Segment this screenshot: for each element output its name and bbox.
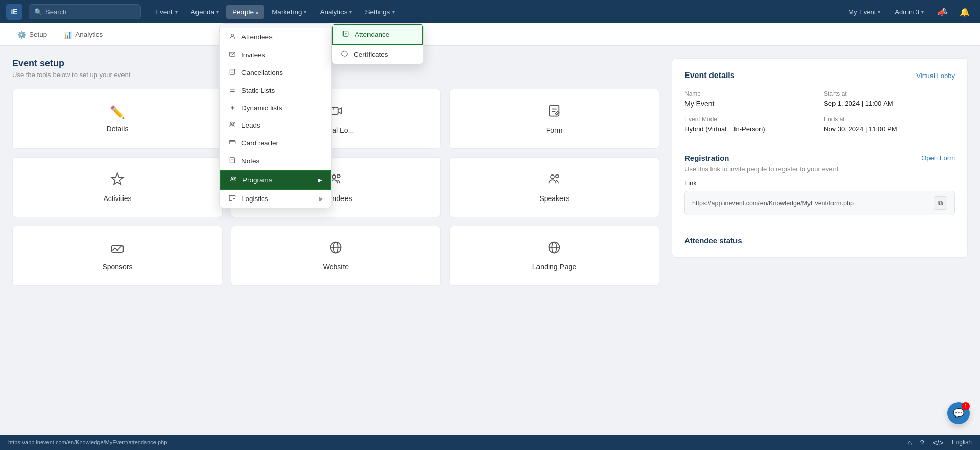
search-placeholder: Search [45,8,66,16]
nav-item-agenda[interactable]: Agenda ▾ [185,5,226,19]
card-website[interactable]: Website [231,226,441,286]
nav-item-marketing[interactable]: Marketing ▾ [265,5,312,19]
landing-page-icon [547,240,561,258]
name-value: My Event [684,99,816,108]
chevron-down-icon: ▾ [175,9,178,15]
svg-point-23 [233,122,234,124]
dropdown-item-leads[interactable]: Leads [220,116,331,134]
card-activities[interactable]: Activities [12,157,223,217]
logistics-icon [228,194,236,203]
event-details-header: Event details Virtual Lobby [684,71,955,80]
admin-selector[interactable]: Admin 3 ▾ [890,6,929,18]
dropdown-item-logistics[interactable]: Logistics ▶ [220,190,331,208]
attendance-icon [341,30,350,39]
megaphone-icon[interactable]: 📣 [933,5,951,19]
registration-title: Registration [684,154,729,162]
sub-navbar: ⚙️ Setup 📊 Analytics [0,23,980,46]
card-speakers[interactable]: Speakers [449,157,659,217]
nav-item-settings[interactable]: Settings ▾ [359,5,401,19]
svg-point-14 [231,34,234,36]
home-icon[interactable]: ⌂ [908,438,912,447]
mode-value: Hybrid (Virtual + In-Person) [684,125,816,133]
sub-nav-analytics[interactable]: 📊 Analytics [56,28,110,42]
footer-right: ⌂ ? </> English [908,438,972,447]
chat-badge: 1 [962,402,970,410]
chevron-down-icon: ▾ [921,9,924,15]
event-starts-item: Starts at Sep 1, 2024 | 11:00 AM [824,90,955,108]
dropdown-item-dynamic-lists[interactable]: ✦ Dynamic lists [220,99,331,116]
mode-label: Event Mode [684,116,816,123]
event-ends-item: Ends at Nov 30, 2024 | 11:00 PM [824,116,955,133]
card-form[interactable]: Form [449,89,659,149]
svg-point-28 [232,177,234,179]
bell-icon[interactable]: 🔔 [955,5,974,19]
certificates-icon [340,50,349,59]
chevron-down-icon: ▴ [256,9,258,15]
dropdown-item-invitees[interactable]: Invitees [220,46,331,64]
submenu-item-attendance[interactable]: Attendance [332,24,423,45]
navbar-right: My Event ▾ Admin 3 ▾ 📣 🔔 [843,5,974,19]
cancellations-icon [228,68,236,77]
nav-item-analytics[interactable]: Analytics ▾ [313,5,358,19]
starts-value: Sep 1, 2024 | 11:00 AM [824,99,955,107]
chevron-down-icon: ▾ [878,9,880,15]
event-info-grid: Name My Event Starts at Sep 1, 2024 | 11… [684,90,955,133]
dropdown-item-attendees[interactable]: Attendees [220,28,331,46]
card-reader-icon [228,139,236,147]
footer-url: https://app.inevent.com/en/Knowledge/MyE… [8,439,167,445]
event-details-title: Event details [684,71,735,80]
analytics-icon: 📊 [63,31,72,39]
card-sponsors[interactable]: Sponsors [12,226,223,286]
svg-point-31 [342,51,348,57]
nav-item-event[interactable]: Event ▾ [149,5,184,19]
chat-bubble[interactable]: 💬 1 [947,402,970,424]
invitees-icon [228,51,236,59]
programs-submenu: Attendance Certificates [332,23,424,64]
setup-icon: ⚙️ [17,31,26,39]
dropdown-item-card-reader[interactable]: Card reader [220,134,331,152]
website-icon [329,240,343,258]
open-form-link[interactable]: Open Form [921,154,955,162]
svg-rect-24 [229,141,235,144]
page-subtitle: Use the tools below to set up your event [12,71,659,79]
submenu-item-certificates[interactable]: Certificates [332,45,423,64]
svg-rect-26 [230,158,234,163]
registration-header: Registration Open Form [684,154,955,162]
dropdown-item-static-lists[interactable]: Static Lists [220,82,331,99]
search-bar[interactable]: 🔍 Search [29,4,141,19]
event-mode-item: Event Mode Hybrid (Virtual + In-Person) [684,116,816,133]
programs-label-group: Programs [229,176,273,184]
dropdown-item-notes[interactable]: Notes [220,152,331,170]
registration-description: Use this link to invite people to regist… [684,165,955,173]
copy-link-button[interactable]: ⧉ [934,196,947,210]
card-details[interactable]: ✏️ Details [12,89,223,149]
programs-submenu-arrow: ▶ [318,177,322,183]
speakers-icon [547,172,561,189]
link-text: https://app.inevent.com/en/Knowledge/MyE… [692,199,854,207]
code-icon[interactable]: </> [933,438,944,447]
language-selector[interactable]: English [952,439,972,446]
event-details-card: Event details Virtual Lobby Name My Even… [672,58,968,258]
sub-nav-setup[interactable]: ⚙️ Setup [10,28,54,42]
left-panel: Event setup Use the tools below to set u… [12,58,659,422]
attendee-status-title: Attendee status [684,236,955,245]
help-icon[interactable]: ? [920,438,924,447]
right-panel: Event details Virtual Lobby Name My Even… [672,58,968,422]
nav-menu: Event ▾ Agenda ▾ People ▴ Marketing ▾ An… [149,5,841,19]
app-logo[interactable]: iE [6,4,22,20]
svg-point-6 [551,175,554,179]
link-label: Link [684,179,955,187]
leads-icon [228,121,236,130]
my-event-selector[interactable]: My Event ▾ [843,6,886,18]
dropdown-item-programs[interactable]: Programs ▶ [220,170,331,190]
svg-point-22 [231,122,233,124]
nav-item-people[interactable]: People ▴ [226,5,264,19]
card-landing-page[interactable]: Landing Page [449,226,659,286]
svg-point-4 [332,175,336,179]
setup-cards-grid: ✏️ Details Virtual Lo... Form Activitie [12,89,659,286]
dropdown-item-cancellations[interactable]: Cancellations [220,64,331,82]
main-content: Event setup Use the tools below to set u… [0,46,980,435]
chevron-down-icon: ▾ [304,9,306,15]
virtual-lobby-link[interactable]: Virtual Lobby [916,72,955,80]
starts-label: Starts at [824,90,955,97]
